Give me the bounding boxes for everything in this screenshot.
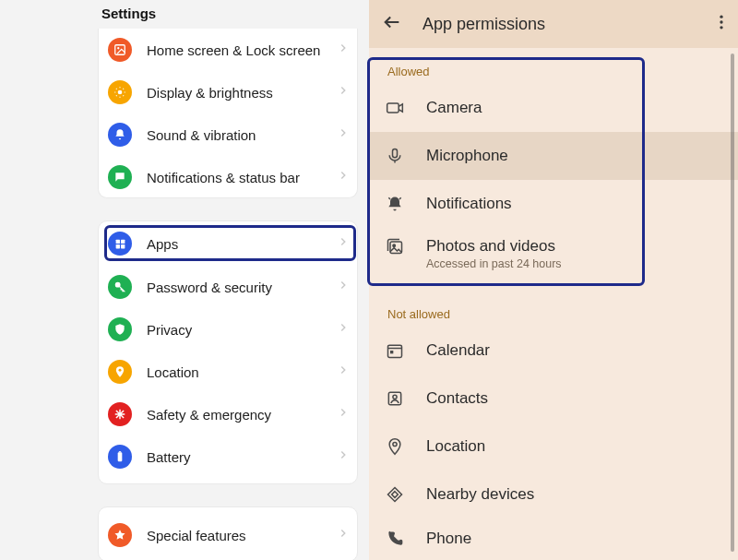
svg-rect-15 xyxy=(393,149,398,158)
chevron-right-icon xyxy=(337,527,350,543)
gallery-icon xyxy=(386,237,404,256)
svg-point-8 xyxy=(119,369,122,372)
app-permissions-panel: App permissions Allowed Camera Microphon… xyxy=(369,0,738,560)
sun-icon xyxy=(108,80,132,104)
chevron-right-icon xyxy=(337,448,350,465)
chevron-right-icon xyxy=(337,169,350,185)
message-icon xyxy=(108,165,132,189)
permission-row-label: Photos and videos xyxy=(426,237,562,256)
permission-row-label: Nearby devices xyxy=(426,485,534,504)
permission-row-label: Camera xyxy=(426,99,482,117)
diamond-icon xyxy=(386,485,404,504)
svg-rect-3 xyxy=(115,239,119,243)
settings-item-label: Special features xyxy=(147,528,337,543)
svg-point-11 xyxy=(720,16,722,18)
svg-rect-6 xyxy=(121,244,125,248)
svg-point-12 xyxy=(720,20,722,23)
svg-rect-9 xyxy=(118,452,123,461)
contacts-icon xyxy=(386,389,404,408)
pin-outline-icon xyxy=(386,437,404,456)
settings-header: Settings xyxy=(98,0,369,26)
settings-item-notifications-status[interactable]: Notifications & status bar xyxy=(99,156,357,198)
svg-point-1 xyxy=(117,47,119,49)
chevron-right-icon xyxy=(337,406,350,423)
battery-icon xyxy=(108,445,132,469)
pin-icon xyxy=(108,360,132,384)
settings-item-label: Notifications & status bar xyxy=(147,170,337,185)
more-options-icon[interactable] xyxy=(712,13,731,35)
settings-item-label: Location xyxy=(147,364,337,380)
asterisk-icon xyxy=(108,402,132,426)
chevron-right-icon xyxy=(337,126,350,143)
chevron-right-icon xyxy=(337,42,350,58)
settings-item-safety-emergency[interactable]: Safety & emergency xyxy=(99,393,357,435)
svg-rect-19 xyxy=(390,351,393,353)
settings-item-battery[interactable]: Battery xyxy=(99,435,357,478)
svg-point-22 xyxy=(393,442,397,446)
settings-item-sound-vibration[interactable]: Sound & vibration xyxy=(99,113,357,156)
permission-row-camera[interactable]: Camera xyxy=(369,84,738,132)
svg-point-17 xyxy=(393,244,396,247)
star-icon xyxy=(108,523,132,547)
svg-rect-10 xyxy=(119,451,121,452)
settings-title: Settings xyxy=(98,6,156,21)
calendar-icon xyxy=(386,341,404,360)
settings-group-display: Home screen & Lock screen Display & brig… xyxy=(98,29,358,198)
settings-item-home-lock[interactable]: Home screen & Lock screen xyxy=(99,29,357,71)
permission-row-phone[interactable]: Phone xyxy=(369,518,738,559)
settings-item-label: Sound & vibration xyxy=(147,127,337,143)
permission-row-label: Microphone xyxy=(426,147,508,165)
settings-item-label: Password & security xyxy=(147,280,337,295)
app-permissions-header: App permissions xyxy=(369,0,738,48)
back-arrow-icon[interactable] xyxy=(382,12,402,36)
bell-icon xyxy=(108,123,132,147)
svg-rect-0 xyxy=(115,45,125,55)
permission-row-notifications[interactable]: Notifications xyxy=(369,180,738,228)
permission-row-label: Phone xyxy=(426,530,471,548)
shield-icon xyxy=(108,317,132,341)
camera-icon xyxy=(386,99,404,117)
permission-row-location[interactable]: Location xyxy=(369,423,738,471)
chevron-right-icon xyxy=(337,84,350,101)
svg-rect-14 xyxy=(387,103,399,113)
permission-row-photos-videos[interactable]: Photos and videos Accessed in past 24 ho… xyxy=(369,228,738,281)
svg-rect-4 xyxy=(121,239,125,243)
chevron-right-icon xyxy=(337,279,350,295)
settings-group-system: Apps Password & security Privacy Locatio… xyxy=(98,220,358,484)
permission-row-subtext: Accessed in past 24 hours xyxy=(426,257,562,270)
chevron-right-icon xyxy=(337,235,350,252)
svg-point-13 xyxy=(720,26,722,29)
scrollbar[interactable] xyxy=(731,54,734,552)
svg-point-2 xyxy=(118,90,123,95)
svg-rect-5 xyxy=(115,244,119,248)
settings-item-label: Display & brightness xyxy=(147,85,337,101)
permission-row-microphone[interactable]: Microphone xyxy=(369,132,738,180)
settings-item-apps[interactable]: Apps xyxy=(99,221,357,266)
bell-solid-icon xyxy=(386,195,404,213)
settings-item-label: Privacy xyxy=(147,322,337,338)
app-permissions-title: App permissions xyxy=(423,15,712,34)
settings-item-location[interactable]: Location xyxy=(99,351,357,393)
chevron-right-icon xyxy=(337,363,350,380)
permission-row-contacts[interactable]: Contacts xyxy=(369,375,738,423)
permission-row-calendar[interactable]: Calendar xyxy=(369,327,738,375)
settings-item-privacy[interactable]: Privacy xyxy=(99,308,357,351)
settings-item-password-security[interactable]: Password & security xyxy=(99,266,357,308)
settings-item-label: Home screen & Lock screen xyxy=(147,42,337,58)
permission-row-label: Notifications xyxy=(426,195,512,213)
phone-icon xyxy=(386,530,404,548)
not-allowed-section-label: Not allowed xyxy=(369,281,738,327)
svg-point-21 xyxy=(393,395,397,399)
mic-icon xyxy=(386,147,404,165)
settings-group-special: Special features xyxy=(98,506,358,560)
image-icon xyxy=(108,38,132,62)
key-icon xyxy=(108,275,132,299)
settings-item-display-brightness[interactable]: Display & brightness xyxy=(99,71,357,113)
settings-item-special-features[interactable]: Special features xyxy=(99,507,357,560)
settings-item-label: Safety & emergency xyxy=(147,407,337,423)
settings-panel: Settings Home screen & Lock screen Displ… xyxy=(0,0,369,560)
svg-rect-18 xyxy=(388,345,402,357)
settings-item-label: Apps xyxy=(147,236,337,252)
permission-row-nearby[interactable]: Nearby devices xyxy=(369,471,738,518)
permission-row-label: Location xyxy=(426,437,485,456)
